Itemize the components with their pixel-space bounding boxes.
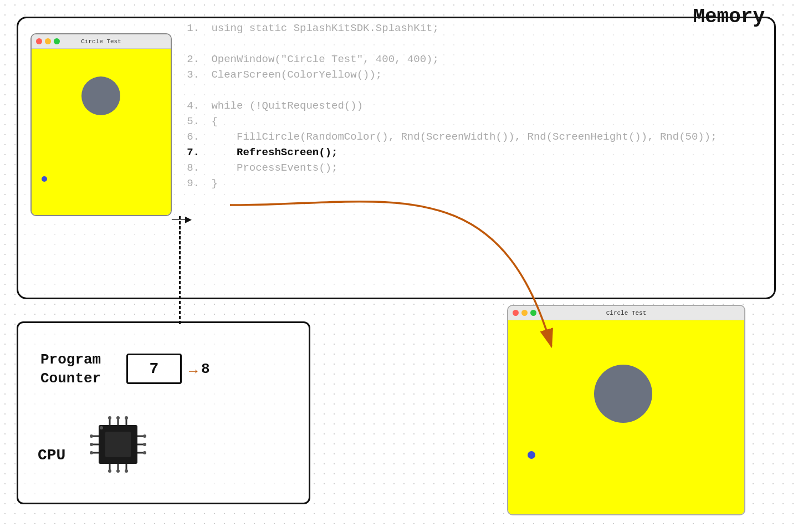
code-line-2: 2. OpenWindow("Circle Test", 400, 400);: [183, 53, 717, 65]
code-line-7: 7. RefreshScreen();: [183, 146, 717, 158]
titlebar-title-bottom: Circle Test: [606, 310, 647, 316]
btn-green-bottom[interactable]: [530, 310, 536, 316]
btn-yellow-bottom[interactable]: [521, 310, 528, 316]
window-content-top: [32, 49, 171, 215]
code-line-1: 1. using static SplashKitSDK.SplashKit;: [183, 22, 717, 34]
titlebar-title-top: Circle Test: [81, 38, 121, 45]
titlebar-bottom: Circle Test: [508, 306, 744, 320]
svg-point-20: [90, 434, 93, 438]
svg-point-26: [100, 426, 103, 429]
titlebar-top: Circle Test: [32, 34, 171, 49]
svg-point-21: [90, 443, 93, 446]
circle-gray-bottom: [594, 365, 652, 423]
svg-point-19: [125, 469, 128, 473]
dot-blue-top: [42, 176, 47, 182]
dashed-line: [179, 216, 181, 324]
btn-green-top[interactable]: [54, 38, 60, 44]
svg-point-17: [108, 469, 111, 473]
code-line-4: 4. while (!QuitRequested()): [183, 100, 717, 112]
pc-value-box: 7: [126, 354, 182, 384]
program-counter-label: ProgramCounter: [40, 351, 101, 388]
code-lines: 1. using static SplashKitSDK.SplashKit; …: [183, 22, 717, 193]
cpu-chip: [82, 408, 154, 483]
svg-point-16: [125, 416, 128, 420]
btn-red-bottom[interactable]: [513, 310, 519, 316]
code-line-3: 3. ClearScreen(ColorYellow());: [183, 69, 717, 81]
cpu-panel: ProgramCounter 7 → 8 CPU: [17, 321, 310, 504]
code-line-blank2: [183, 84, 717, 96]
svg-point-18: [116, 469, 120, 473]
code-line-8: 8. ProcessEvents();: [183, 162, 717, 174]
code-line-9: 9. }: [183, 177, 717, 190]
svg-point-14: [108, 416, 111, 420]
pc-arrow: →: [189, 363, 198, 380]
pc-next-value: 8: [201, 361, 210, 377]
dot-blue-bottom: [528, 451, 535, 459]
svg-point-22: [90, 451, 93, 454]
circle-gray-top: [81, 76, 120, 115]
code-line-blank1: [183, 38, 717, 50]
code-line-5: 5. {: [183, 115, 717, 127]
cpu-label: CPU: [38, 447, 65, 464]
mini-window-bottom: Circle Test: [507, 305, 745, 515]
btn-red-top[interactable]: [36, 38, 42, 44]
code-line-6: 6. FillCircle(RandomColor(), Rnd(ScreenW…: [183, 131, 717, 143]
line7-arrow-indicator: ──▶: [172, 212, 192, 226]
window-content-bottom: [508, 320, 744, 514]
svg-point-24: [143, 443, 146, 446]
svg-point-25: [143, 451, 146, 454]
svg-rect-1: [105, 432, 131, 457]
svg-point-15: [116, 416, 120, 420]
btn-yellow-top[interactable]: [45, 38, 51, 44]
mini-window-top: Circle Test: [30, 33, 172, 216]
svg-point-23: [143, 434, 146, 438]
